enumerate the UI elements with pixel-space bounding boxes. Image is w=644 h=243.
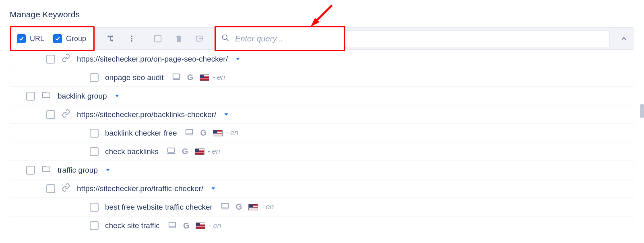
keyword-row[interactable]: onpage seo audit G - en <box>10 68 634 87</box>
search-input[interactable] <box>234 34 339 44</box>
svg-rect-23 <box>222 204 229 208</box>
tree-structure-button[interactable] <box>103 31 119 47</box>
folder-icon <box>41 164 51 176</box>
search-icon <box>221 34 229 43</box>
svg-rect-4 <box>111 40 113 41</box>
toolbar-actions <box>95 28 216 49</box>
view-toggles-highlight: URL Group <box>10 26 95 51</box>
svg-marker-22 <box>212 187 215 189</box>
svg-line-11 <box>227 39 229 41</box>
keyword-text: check backlinks <box>105 147 159 156</box>
us-flag-icon <box>196 222 205 229</box>
caret-down-icon[interactable] <box>211 184 216 193</box>
link-icon <box>62 183 70 194</box>
group-toggle-checkbox[interactable] <box>53 34 62 43</box>
google-icon: G <box>183 221 190 231</box>
row-checkbox[interactable] <box>46 184 55 193</box>
delete-button[interactable] <box>171 31 187 47</box>
desktop-icon <box>185 128 194 138</box>
row-checkbox[interactable] <box>90 147 99 156</box>
search-box-extension[interactable] <box>345 30 610 47</box>
row-checkbox[interactable] <box>90 73 99 82</box>
desktop-icon <box>172 72 181 83</box>
link-icon <box>62 109 70 120</box>
keyword-row[interactable]: check site traffic G - en <box>10 216 634 235</box>
collapse-button[interactable] <box>613 28 634 49</box>
desktop-icon <box>168 220 177 231</box>
svg-rect-5 <box>131 36 132 37</box>
caret-down-icon[interactable] <box>105 166 111 175</box>
url-row[interactable]: https://sitechecker.pro/on-page-seo-chec… <box>10 50 634 68</box>
locale-label: - en <box>226 129 238 137</box>
keyword-row[interactable]: backlink checker free G - en <box>10 124 634 142</box>
keyword-row[interactable]: check backlinks G - en <box>10 142 634 161</box>
locale-label: - en <box>208 222 221 230</box>
caret-down-icon[interactable] <box>235 55 241 64</box>
url-row[interactable]: https://sitechecker.pro/traffic-checker/ <box>10 179 634 198</box>
url-toggle-checkbox[interactable] <box>17 34 26 43</box>
svg-rect-3 <box>111 36 113 37</box>
svg-marker-21 <box>106 169 109 171</box>
google-icon: G <box>182 147 188 156</box>
row-checkbox[interactable] <box>26 92 35 101</box>
locale-label: - en <box>208 147 220 156</box>
svg-rect-13 <box>173 74 180 78</box>
caret-down-icon[interactable] <box>223 110 229 119</box>
row-checkbox[interactable] <box>46 110 55 119</box>
svg-rect-17 <box>186 130 193 134</box>
keyword-tree: https://sitechecker.pro/on-page-seo-chec… <box>10 50 634 235</box>
svg-rect-2 <box>108 36 109 37</box>
locale-label: - en <box>213 73 225 82</box>
svg-marker-15 <box>115 95 119 97</box>
url-label: https://sitechecker.pro/backlinks-checke… <box>77 110 216 119</box>
svg-marker-16 <box>225 113 228 115</box>
svg-rect-25 <box>169 222 176 227</box>
us-flag-icon <box>213 130 223 136</box>
us-flag-icon <box>195 148 204 155</box>
locale-label: - en <box>261 203 274 211</box>
scrollbar-thumb[interactable] <box>640 104 644 118</box>
keyword-text: best free website traffic checker <box>105 203 213 212</box>
group-row[interactable]: backlink group <box>10 87 634 105</box>
google-icon: G <box>236 202 242 212</box>
row-checkbox[interactable] <box>90 221 99 230</box>
caret-down-icon[interactable] <box>114 92 120 101</box>
toolbar: URL Group <box>10 27 634 50</box>
svg-rect-6 <box>131 38 132 39</box>
row-checkbox[interactable] <box>90 129 99 138</box>
link-icon <box>62 54 70 64</box>
url-label: https://sitechecker.pro/on-page-seo-chec… <box>77 55 228 64</box>
group-row[interactable]: traffic group <box>10 161 634 179</box>
row-checkbox[interactable] <box>46 55 55 64</box>
svg-marker-12 <box>236 58 239 60</box>
google-icon: G <box>187 73 194 82</box>
keyword-row[interactable]: best free website traffic checker G - en <box>10 198 634 216</box>
annotation-arrow <box>308 1 336 31</box>
group-label: backlink group <box>58 92 107 101</box>
svg-point-10 <box>223 35 227 40</box>
desktop-icon <box>221 202 229 212</box>
keyword-text: check site traffic <box>105 221 160 230</box>
move-button[interactable] <box>192 31 208 47</box>
keyword-text: backlink checker free <box>105 129 177 138</box>
group-label: traffic group <box>58 166 98 175</box>
url-toggle-label: URL <box>30 35 44 43</box>
url-row[interactable]: https://sitechecker.pro/backlinks-checke… <box>10 105 634 124</box>
url-label: https://sitechecker.pro/traffic-checker/ <box>77 184 203 193</box>
row-checkbox[interactable] <box>26 166 35 175</box>
folder-icon <box>41 90 51 102</box>
svg-rect-19 <box>168 148 175 152</box>
svg-rect-8 <box>155 35 161 42</box>
desktop-icon <box>167 146 175 157</box>
select-all-checkbox[interactable] <box>150 31 166 47</box>
svg-line-0 <box>315 5 332 22</box>
svg-rect-7 <box>131 40 132 41</box>
us-flag-icon <box>200 74 209 81</box>
row-checkbox[interactable] <box>90 203 99 212</box>
more-options-button[interactable] <box>124 31 140 47</box>
google-icon: G <box>200 128 206 138</box>
group-toggle-label: Group <box>66 35 86 43</box>
us-flag-icon <box>248 204 258 210</box>
keyword-text: onpage seo audit <box>105 73 164 82</box>
